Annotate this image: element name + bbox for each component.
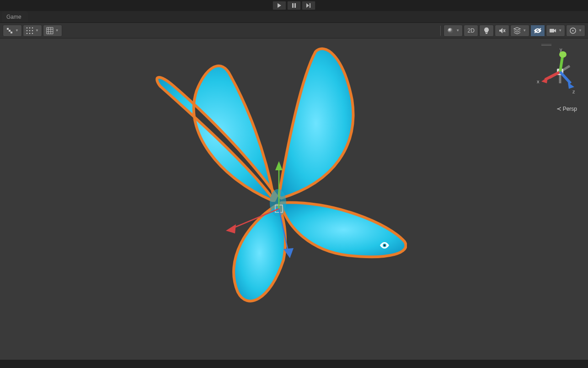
fx-group: ▼ (510, 25, 529, 37)
toolbar-separator (440, 26, 441, 36)
svg-line-25 (560, 72, 571, 83)
scene-lighting-button[interactable] (480, 25, 493, 36)
svg-point-3 (27, 27, 28, 28)
svg-rect-2 (310, 3, 310, 8)
overlay-drag-handle[interactable] (541, 44, 551, 46)
fx-button[interactable]: ▼ (511, 25, 529, 36)
step-button[interactable] (302, 1, 315, 10)
eye-icon (380, 242, 390, 249)
axis-label-z: z (572, 89, 575, 94)
scene-visibility-button[interactable] (531, 25, 545, 36)
scene-viewport[interactable]: y x z Persp (0, 38, 588, 360)
projection-toggle[interactable]: Persp (556, 105, 577, 112)
audio-group (495, 25, 509, 37)
tab-strip: Game (0, 11, 588, 23)
scene-audio-button[interactable] (495, 25, 509, 36)
visibility-group (530, 25, 545, 37)
pause-icon (292, 3, 296, 8)
increment-snap-group: ▼ (23, 25, 42, 37)
toolbar-right-group: ▼ 2D ▼ (438, 25, 585, 37)
play-icon (277, 3, 282, 8)
camera-icon (549, 28, 556, 33)
svg-rect-0 (292, 3, 294, 8)
view-2d-group: 2D (464, 25, 478, 37)
lightbulb-icon (483, 27, 490, 34)
step-forward-icon (306, 3, 311, 8)
increment-snap-button[interactable]: ▼ (23, 25, 42, 36)
move-gizmo[interactable] (219, 159, 338, 278)
scene-camera-button[interactable]: ▼ (546, 25, 565, 36)
tab-game[interactable]: Game (2, 11, 28, 22)
chevron-down-icon: ▼ (523, 28, 526, 32)
pause-button[interactable] (287, 1, 301, 10)
gizmos-icon (569, 27, 577, 34)
toolbar-left-group: ▼ ▼ ▼ (3, 25, 62, 37)
svg-point-5 (32, 27, 33, 28)
eye-off-icon (534, 27, 542, 34)
svg-point-8 (32, 30, 33, 31)
svg-point-16 (572, 30, 574, 31)
audio-mute-icon (498, 27, 506, 34)
svg-point-35 (384, 244, 385, 246)
chevron-down-icon: ▼ (15, 28, 19, 32)
snap-tool-group: ▼ (3, 25, 22, 37)
svg-point-7 (29, 30, 31, 31)
orientation-gizmo[interactable]: y x z Persp (539, 47, 580, 111)
svg-point-24 (559, 51, 567, 58)
grid-snap-button[interactable]: ▼ (3, 25, 21, 36)
grid-visibility-group: ▼ (43, 25, 62, 37)
svg-marker-26 (568, 82, 574, 89)
increment-snap-icon (26, 27, 33, 34)
svg-marker-22 (541, 77, 548, 83)
svg-marker-32 (226, 224, 236, 233)
camera-group: ▼ (546, 25, 565, 37)
draw-mode-group: ▼ (444, 25, 463, 37)
playback-controls (0, 0, 588, 11)
layers-icon (513, 27, 521, 34)
svg-line-31 (233, 209, 279, 228)
scene-toolbar: ▼ ▼ ▼ ▼ 2D (0, 23, 588, 38)
svg-line-33 (279, 209, 288, 251)
chevron-down-icon: ▼ (55, 28, 59, 32)
status-bar (0, 360, 588, 368)
chevron-down-icon: ▼ (558, 28, 562, 32)
play-button[interactable] (273, 1, 286, 10)
selected-object[interactable] (151, 45, 407, 310)
gizmos-toggle-button[interactable]: ▼ (567, 25, 585, 36)
shaded-sphere-icon (447, 27, 454, 34)
svg-marker-30 (275, 161, 283, 170)
svg-point-4 (29, 27, 31, 28)
chevron-down-icon: ▼ (456, 28, 460, 32)
svg-point-12 (448, 28, 453, 33)
draw-mode-button[interactable]: ▼ (444, 25, 462, 36)
lighting-group (479, 25, 494, 37)
grid-icon (46, 27, 53, 34)
svg-point-11 (32, 32, 33, 34)
chevron-down-icon: ▼ (578, 28, 582, 32)
svg-rect-14 (550, 29, 554, 32)
svg-point-10 (29, 32, 31, 34)
svg-point-9 (27, 32, 28, 34)
svg-point-6 (27, 30, 28, 31)
svg-marker-34 (283, 248, 294, 258)
chevron-down-icon: ▼ (35, 28, 39, 32)
axis-label-x: x (537, 79, 540, 84)
gizmos-group: ▼ (566, 25, 585, 37)
toggle-2d-button[interactable]: 2D (464, 25, 478, 36)
grid-snap-icon (6, 27, 13, 34)
grid-visibility-button[interactable]: ▼ (43, 25, 62, 36)
svg-rect-1 (294, 3, 296, 8)
axis-label-y: y (560, 47, 562, 52)
